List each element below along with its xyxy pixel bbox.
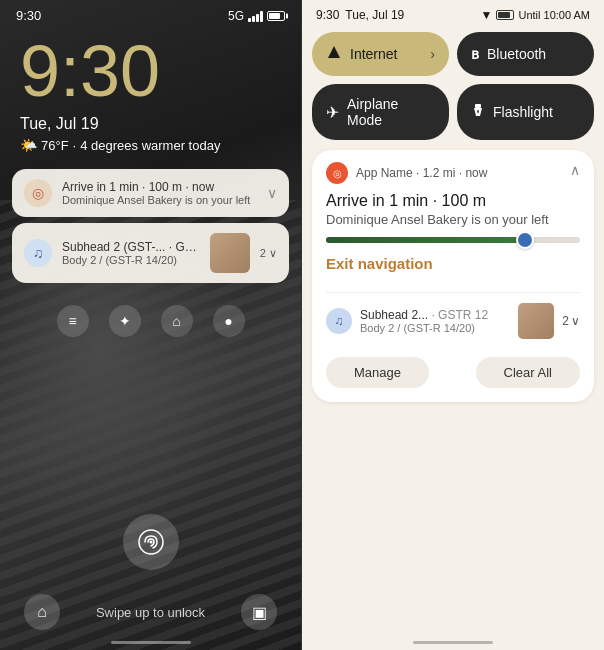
weather-desc: 4 degrees warmer today <box>80 138 220 153</box>
nav-progress-fill <box>326 237 529 243</box>
nav-progress-dot <box>516 231 534 249</box>
panel-app-name: App Name · 1.2 mi · now <box>356 166 487 180</box>
date-weather: Tue, Jul 19 🌤️ 76°F · 4 degrees warmer t… <box>0 107 301 161</box>
right-phone: 9:30 Tue, Jul 19 ▼ Until 10:00 AM Intern… <box>302 0 604 650</box>
fingerprint-button[interactable] <box>123 514 179 570</box>
weather-temp: 76°F <box>41 138 69 153</box>
notification-panel: ◎ App Name · 1.2 mi · now ∧ Arrive in 1 … <box>312 150 594 402</box>
tile-internet[interactable]: Internet › <box>312 32 449 76</box>
tile-flashlight-label: Flashlight <box>493 104 580 120</box>
quick-btn-menu[interactable]: ≡ <box>57 305 89 337</box>
bluetooth-icon: ʙ <box>471 46 479 62</box>
right-status-right: ▼ Until 10:00 AM <box>481 8 590 22</box>
music-app-icon: ♫ <box>326 308 352 334</box>
panel-app-info: ◎ App Name · 1.2 mi · now <box>326 162 487 184</box>
tile-flashlight[interactable]: Flashlight <box>457 84 594 140</box>
nav-notif-icon: ◎ <box>24 179 52 207</box>
nav-card: Arrive in 1 min · 100 m Dominique Ansel … <box>312 188 594 292</box>
music-title: Subhead 2... · GSTR 12 <box>360 308 510 322</box>
tile-internet-label: Internet <box>350 46 422 62</box>
wifi-icon: ▼ <box>481 8 493 22</box>
nav-card-subtitle: Dominique Ansel Bakery is on your left <box>326 212 580 227</box>
panel-collapse-icon[interactable]: ∧ <box>570 162 580 178</box>
nav-card-title: Arrive in 1 min · 100 m <box>326 192 580 210</box>
panel-app-icon: ◎ <box>326 162 348 184</box>
expand-chevron-icon: ∨ <box>571 314 580 328</box>
home-indicator-right <box>413 641 493 644</box>
music-info: Subhead 2... · GSTR 12 Body 2 / (GST-R 1… <box>360 308 510 334</box>
svg-rect-5 <box>477 110 479 113</box>
home-indicator-left <box>111 641 191 644</box>
quick-tiles: Internet › ʙ Bluetooth ✈ Airplane Mode F… <box>302 26 604 144</box>
status-bar-left: 9:30 5G <box>0 0 301 27</box>
notifications-area: ◎ Arrive in 1 min · 100 m · now Dominiqu… <box>0 161 301 291</box>
nav-progress-bar <box>326 237 580 243</box>
music-notif-content: Subhead 2 (GST-... · GSTR 12 Body 2 / (G… <box>62 240 200 266</box>
status-right-icons: 5G <box>228 9 285 23</box>
internet-icon <box>326 44 342 64</box>
bottom-bar-left: ⌂ Swipe up to unlock ▣ <box>0 582 301 650</box>
battery-label: Until 10:00 AM <box>518 9 590 21</box>
svg-marker-2 <box>328 46 340 58</box>
music-thumbnail-right <box>518 303 554 339</box>
quick-btn-home[interactable]: ⌂ <box>161 305 193 337</box>
signal-bars-icon <box>248 10 263 22</box>
svg-point-1 <box>149 541 152 544</box>
airplane-icon: ✈ <box>326 103 339 122</box>
quick-btn-circle[interactable]: ● <box>213 305 245 337</box>
nav-notif-content: Arrive in 1 min · 100 m · now Dominique … <box>62 180 257 206</box>
quick-actions-bar: ≡ ✦ ⌂ ● <box>0 295 301 347</box>
weather-icon: 🌤️ <box>20 137 37 153</box>
panel-actions: Manage Clear All <box>312 349 594 402</box>
battery-icon <box>267 11 285 21</box>
svg-rect-3 <box>475 104 481 108</box>
tile-bluetooth-label: Bluetooth <box>487 46 580 62</box>
home-button[interactable]: ⌂ <box>24 594 60 630</box>
nav-notif-title: Arrive in 1 min · 100 m · now <box>62 180 257 194</box>
network-label: 5G <box>228 9 244 23</box>
right-status-date: Tue, Jul 19 <box>345 8 404 22</box>
status-bar-right: 9:30 Tue, Jul 19 ▼ Until 10:00 AM <box>302 0 604 26</box>
recents-button[interactable]: ▣ <box>241 594 277 630</box>
exit-navigation-button[interactable]: Exit navigation <box>326 253 580 280</box>
nav-notif-body: Dominique Ansel Bakery is on your left <box>62 194 257 206</box>
large-clock: 9:30 <box>0 27 301 107</box>
left-status-time: 9:30 <box>16 8 41 23</box>
quick-btn-star[interactable]: ✦ <box>109 305 141 337</box>
right-battery-icon <box>496 10 514 20</box>
music-notif-icon: ♫ <box>24 239 52 267</box>
internet-chevron-icon: › <box>430 46 435 62</box>
nav-notif-chevron: ∨ <box>267 185 277 201</box>
notification-music[interactable]: ♫ Subhead 2 (GST-... · GSTR 12 Body 2 / … <box>12 223 289 283</box>
music-subtitle: Body 2 / (GST-R 14/20) <box>360 322 510 334</box>
notification-nav[interactable]: ◎ Arrive in 1 min · 100 m · now Dominiqu… <box>12 169 289 217</box>
music-card: ♫ Subhead 2... · GSTR 12 Body 2 / (GST-R… <box>312 293 594 349</box>
swipe-text: Swipe up to unlock <box>96 605 205 620</box>
date-label: Tue, Jul 19 <box>20 115 281 133</box>
music-notif-title: Subhead 2 (GST-... · GSTR 12 <box>62 240 200 254</box>
flashlight-icon <box>471 103 485 121</box>
manage-button[interactable]: Manage <box>326 357 429 388</box>
panel-header: ◎ App Name · 1.2 mi · now ∧ <box>312 150 594 188</box>
weather-line: 🌤️ 76°F · 4 degrees warmer today <box>20 137 281 153</box>
music-notif-body: Body 2 / (GST-R 14/20) <box>62 254 200 266</box>
right-status-left: 9:30 Tue, Jul 19 <box>316 8 404 22</box>
right-status-time: 9:30 <box>316 8 339 22</box>
music-expand-button[interactable]: 2 ∨ <box>562 314 580 328</box>
tile-airplane-label: Airplane Mode <box>347 96 435 128</box>
tile-bluetooth[interactable]: ʙ Bluetooth <box>457 32 594 76</box>
music-badge: 2 ∨ <box>260 247 277 260</box>
weather-separator: · <box>73 138 77 153</box>
left-phone: 9:30 5G 9:30 Tue, Jul 19 🌤️ 76°F · 4 deg… <box>0 0 302 650</box>
tile-airplane[interactable]: ✈ Airplane Mode <box>312 84 449 140</box>
music-thumbnail <box>210 233 250 273</box>
clear-all-button[interactable]: Clear All <box>476 357 580 388</box>
